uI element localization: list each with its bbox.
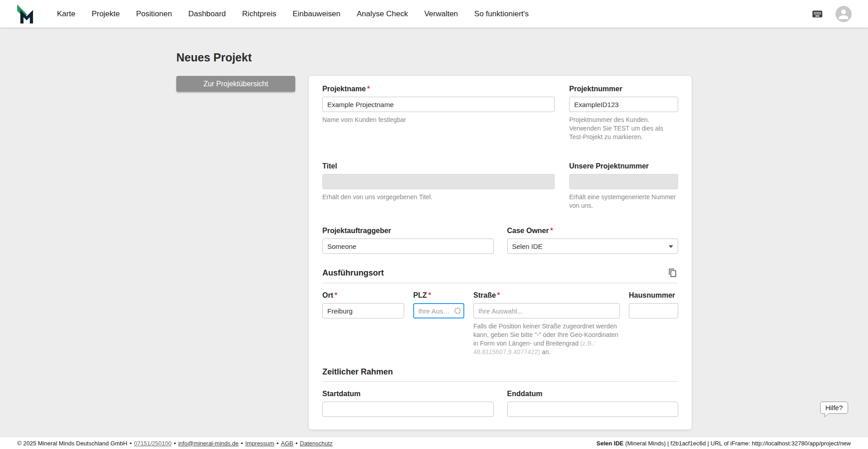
ort-field: Ort* — [322, 291, 404, 356]
footer-session-details: (Mineral Minds) | f2b1acf1ec6d | URL of … — [623, 440, 851, 447]
unsere-projektnummer-helper: Erhält eine systemgenerierte Nummer von … — [569, 193, 678, 210]
titel-label: Titel — [322, 162, 555, 170]
strasse-helper: Falls die Position keiner Straße zugeord… — [473, 322, 620, 356]
nav-item-so-funktionierts[interactable]: So funktioniert's — [474, 9, 528, 19]
strasse-helper-end: an. — [540, 348, 551, 355]
case-owner-label: Case Owner* — [507, 227, 679, 235]
nav-item-analyse-check[interactable]: Analyse Check — [357, 9, 408, 19]
required-marker: * — [335, 291, 337, 299]
enddatum-field: Enddatum — [507, 390, 679, 417]
plz-label: PLZ* — [413, 291, 464, 299]
footer-phone-link[interactable]: 07151/250100 — [134, 440, 171, 447]
logo-icon — [16, 4, 37, 24]
ausfuehrungsort-section-title: Ausführungsort — [322, 268, 384, 278]
nav-item-projekte[interactable]: Projekte — [92, 9, 120, 19]
required-marker: * — [367, 85, 370, 93]
nav-item-dashboard[interactable]: Dashboard — [188, 9, 226, 19]
ort-label-text: Ort — [322, 291, 333, 299]
unsere-projektnummer-input — [569, 174, 678, 189]
projektauftraggeber-label: Projektauftraggeber — [322, 227, 494, 235]
case-owner-select[interactable]: Selen IDE — [507, 239, 679, 254]
top-navbar: Karte Projekte Positionen Dashboard Rich… — [0, 0, 868, 28]
nav-item-karte[interactable]: Karte — [57, 9, 75, 19]
unsere-projektnummer-label: Unsere Projektnummer — [569, 162, 678, 170]
strasse-label: Straße* — [473, 291, 620, 299]
mineral-minds-logo[interactable] — [16, 4, 37, 24]
enddatum-input[interactable] — [507, 402, 679, 417]
footer: © 2025 Mineral Minds Deutschland GmbH • … — [0, 437, 868, 449]
keyboard-icon[interactable] — [809, 8, 826, 20]
ort-input[interactable] — [322, 303, 404, 318]
startdatum-input[interactable] — [322, 402, 494, 417]
footer-copyright: © 2025 Mineral Minds Deutschland GmbH — [17, 440, 127, 447]
projektnummer-input[interactable] — [569, 97, 678, 112]
plz-field: PLZ* — [413, 291, 464, 356]
separator: • — [174, 440, 176, 447]
zeitlicher-rahmen-section-title: Zeitlicher Rahmen — [322, 367, 393, 377]
project-form-card: Projektname* Name vom Kunden festlegbar … — [309, 76, 692, 430]
case-owner-selected-value: Selen IDE — [512, 243, 543, 250]
strasse-field: Straße* Falls die Position keiner Straße… — [473, 291, 620, 356]
unsere-projektnummer-field: Unsere Projektnummer Erhält eine systemg… — [569, 162, 678, 210]
projektname-field: Projektname* Name vom Kunden festlegbar — [322, 85, 555, 141]
required-marker: * — [497, 291, 500, 299]
separator: • — [241, 440, 243, 447]
nav-item-positionen[interactable]: Positionen — [136, 9, 172, 19]
account-icon — [835, 6, 852, 22]
projektnummer-helper: Projektnummer des Kunden. Verwenden Sie … — [569, 116, 678, 141]
nav-item-richtpreis[interactable]: Richtpreis — [242, 9, 277, 19]
projektname-input[interactable] — [322, 97, 555, 112]
ort-label: Ort* — [322, 291, 404, 299]
projektauftraggeber-input[interactable] — [322, 239, 494, 254]
case-owner-label-text: Case Owner — [507, 227, 549, 234]
footer-email-link[interactable]: info@mineral-minds.de — [178, 440, 239, 447]
titel-helper: Erhält den von uns vorgegebenen Titel. — [322, 193, 555, 201]
projektname-label: Projektname* — [322, 85, 555, 93]
footer-left: © 2025 Mineral Minds Deutschland GmbH • … — [17, 440, 333, 447]
strasse-helper-text: Falls die Position keiner Straße zugeord… — [473, 323, 618, 347]
nav-item-verwalten[interactable]: Verwalten — [424, 9, 458, 19]
copy-icon[interactable] — [667, 267, 678, 278]
separator: • — [277, 440, 279, 447]
footer-session-info: Selen IDE (Mineral Minds) | f2b1acf1ec6d… — [596, 440, 851, 447]
back-to-project-overview-button[interactable]: Zur Projektübersicht — [176, 76, 295, 92]
section-divider — [322, 381, 678, 382]
footer-impressum-link[interactable]: Impressum — [245, 440, 274, 447]
hausnummer-field: Hausnummer — [629, 291, 678, 356]
projektnummer-field: Projektnummer Projektnummer des Kunden. … — [569, 85, 678, 141]
navbar-right — [809, 6, 852, 22]
projektnummer-label: Projektnummer — [569, 85, 678, 93]
enddatum-label: Enddatum — [507, 390, 679, 398]
user-avatar[interactable] — [835, 6, 852, 22]
page-title: Neues Projekt — [176, 51, 692, 64]
titel-field: Titel Erhält den von uns vorgegebenen Ti… — [322, 162, 555, 210]
nav-item-einbauweisen[interactable]: Einbauweisen — [292, 9, 340, 19]
startdatum-label: Startdatum — [322, 390, 494, 398]
projektname-label-text: Projektname — [322, 85, 366, 93]
plz-label-text: PLZ — [413, 291, 427, 299]
startdatum-field: Startdatum — [322, 390, 494, 417]
footer-datenschutz-link[interactable]: Datenschutz — [300, 440, 332, 447]
footer-agb-link[interactable]: AGB — [281, 440, 293, 447]
help-button[interactable]: Hilfe? — [820, 402, 848, 414]
projektauftraggeber-field: Projektauftraggeber — [322, 227, 494, 254]
separator: • — [296, 440, 298, 447]
footer-user-name: Selen IDE — [596, 440, 623, 447]
separator: • — [130, 440, 132, 447]
main-content: Neues Projekt Zur Projektübersicht Proje… — [176, 28, 692, 449]
hausnummer-label: Hausnummer — [629, 291, 678, 299]
left-column: Zur Projektübersicht — [176, 76, 295, 92]
chevron-down-icon — [669, 245, 673, 248]
section-divider — [322, 283, 678, 283]
projektname-helper: Name vom Kunden festlegbar — [322, 116, 555, 124]
titel-input — [322, 174, 555, 189]
nav-links: Karte Projekte Positionen Dashboard Rich… — [57, 9, 809, 19]
required-marker: * — [550, 227, 553, 234]
strasse-label-text: Straße — [473, 291, 496, 299]
case-owner-field: Case Owner* Selen IDE — [507, 227, 679, 254]
strasse-input[interactable] — [473, 303, 620, 318]
required-marker: * — [428, 291, 431, 299]
hausnummer-input[interactable] — [629, 303, 678, 318]
